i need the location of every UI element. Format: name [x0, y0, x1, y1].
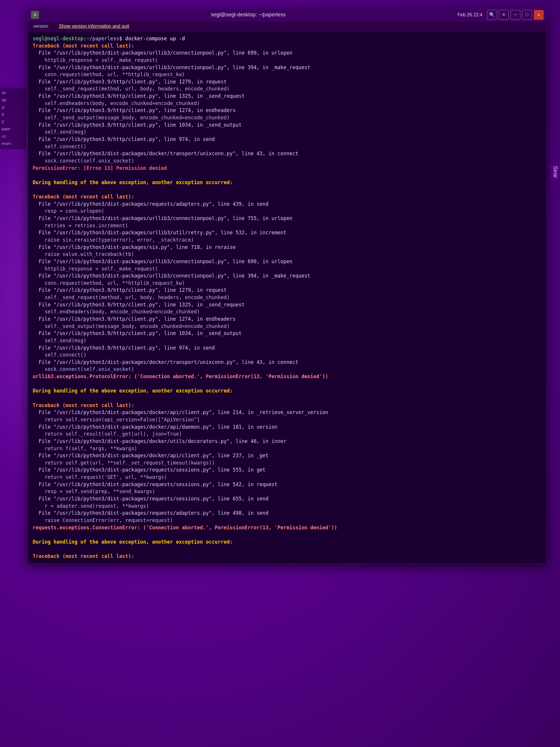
sear-label[interactable]: Sear: [551, 163, 560, 180]
left-item-6: pape: [2, 127, 25, 132]
left-item-4: E: [2, 112, 25, 117]
title-bar-right: Feb 26 22:4 🔍 ≡ ─ □ ✕: [458, 10, 544, 20]
minimize-button[interactable]: ─: [510, 10, 520, 20]
terminal-body[interactable]: segl@segl-desktop:~/paperless$ docker-co…: [28, 31, 546, 564]
left-item-8: exam: [2, 141, 25, 146]
left-panel: do ad yl E E pape co exam: [0, 87, 26, 149]
title-bar: 🖥 segl@segl-desktop: ~/paperless Feb 26 …: [28, 8, 546, 21]
menu-bar: version Show version information and qui…: [28, 21, 546, 31]
left-item-1: do: [2, 91, 25, 96]
left-item-3: yl: [2, 105, 25, 110]
left-item-5: E: [2, 120, 25, 125]
timestamp: Feb 26 22:4: [458, 12, 482, 18]
title-bar-left: 🖥: [31, 11, 39, 19]
maximize-button[interactable]: □: [522, 10, 532, 20]
window-title: segl@segl-desktop: ~/paperless: [39, 12, 458, 18]
search-button[interactable]: 🔍: [487, 10, 497, 20]
left-item-7: co: [2, 134, 25, 139]
terminal-icon: 🖥: [31, 11, 39, 19]
menu-button[interactable]: ≡: [499, 10, 509, 20]
close-button[interactable]: ✕: [534, 10, 544, 20]
menu-item-version[interactable]: version: [31, 23, 51, 30]
terminal-content: segl@segl-desktop:~/paperless$ docker-co…: [33, 35, 542, 560]
menu-item-show-version[interactable]: Show version information and quit: [57, 23, 132, 30]
left-item-2: ad: [2, 98, 25, 103]
terminal-window: 🖥 segl@segl-desktop: ~/paperless Feb 26 …: [28, 8, 547, 564]
